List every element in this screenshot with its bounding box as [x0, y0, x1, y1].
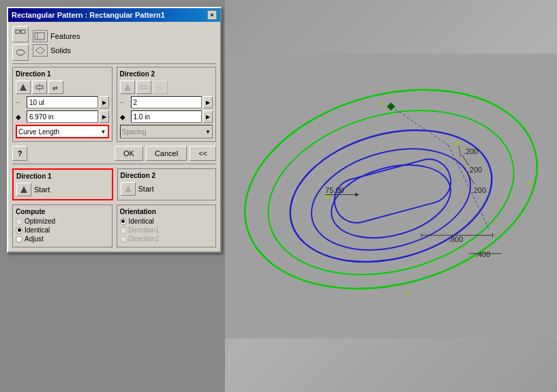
direction2-dist-input[interactable]: 1.0 in: [131, 110, 202, 123]
solids-icon-btn[interactable]: [12, 44, 29, 61]
compute-identical-label: Identical: [25, 226, 50, 234]
dir-start-1-icon[interactable]: [16, 183, 31, 196]
svg-text:⇄: ⇄: [52, 85, 58, 91]
direction1-type-dropdown[interactable]: Curve Length ▼: [16, 125, 109, 138]
dim-400: .400: [476, 250, 490, 258]
dialog-titlebar: Rectangular Pattern : Rectangular Patter…: [8, 8, 220, 22]
compute-identical-radio[interactable]: [16, 227, 22, 234]
separator1: [12, 63, 216, 64]
direction1-count-input[interactable]: 10 ul: [27, 96, 98, 108]
dir1-sym-btn[interactable]: ⇄: [48, 80, 63, 94]
dim-200-1: .200: [464, 147, 478, 155]
orient-dir2-radio[interactable]: [120, 236, 127, 243]
direction2-icons: ⇄: [120, 80, 213, 94]
cross-marker-top: +: [380, 99, 385, 108]
svg-rect-8: [36, 86, 43, 89]
direction2-label: Direction 2: [120, 70, 213, 78]
dir-start-2-label: Direction 2: [121, 172, 213, 179]
orient-dir1-label: Direction1: [129, 226, 160, 234]
dir1-arrow-btn[interactable]: [16, 80, 31, 94]
solids-label: Solids: [50, 46, 71, 55]
compute-section: Compute Optimized Identical Adjust: [12, 205, 112, 247]
dir2-arrow-btn[interactable]: [120, 80, 135, 94]
features-icon-btn[interactable]: [12, 26, 29, 42]
dist-arrow-btn[interactable]: ▶: [100, 110, 109, 123]
help-button[interactable]: ?: [12, 146, 27, 161]
orientation-label: Orientation: [120, 208, 213, 215]
dialog-body: Features Solids Direction 1: [8, 22, 220, 252]
direction1-icons: ⇄: [16, 80, 109, 94]
svg-rect-1: [21, 30, 25, 33]
direction1-dropdown-arrow: ▼: [101, 129, 106, 135]
features-feature-icon: [33, 30, 48, 42]
compute-adjust-label: Adjust: [25, 235, 44, 243]
orient-dir2-label: Direction2: [129, 235, 160, 243]
count2-dots: ···: [120, 100, 130, 106]
orient-dir1-radio[interactable]: [120, 227, 127, 234]
solids-item: Solids: [33, 44, 216, 57]
viewport-svg: + + + × × .200 .200 .200 75.00 .800 .400: [225, 0, 557, 392]
svg-marker-7: [20, 84, 27, 91]
count2-arrow-btn[interactable]: ▶: [203, 96, 213, 108]
direction1-section: Direction 1 ⇄ ··· 10 ul ▶: [12, 67, 112, 142]
features-col: Features Solids: [33, 30, 216, 57]
dir-start-2-text: Start: [138, 185, 154, 193]
dim-200-3: .200: [472, 186, 486, 194]
compute-optimized-radio[interactable]: [16, 218, 22, 225]
direction2-type-dropdown[interactable]: Spacing ▼: [120, 125, 213, 138]
directions-row: Direction 1 ⇄ ··· 10 ul ▶: [12, 67, 216, 142]
dir-start-2-section: Direction 2 Start: [117, 168, 217, 200]
dir-start-2-icon[interactable]: [121, 182, 136, 196]
count-arrow-btn[interactable]: ▶: [100, 96, 109, 108]
dist-diamond: ◆: [16, 113, 25, 121]
direction1-count-row: ··· 10 ul ▶: [16, 96, 109, 108]
orient-dir1-row: Direction1: [120, 226, 213, 234]
compute-adjust-radio[interactable]: [16, 236, 22, 243]
direction2-dropdown-label: Spacing: [122, 128, 147, 136]
dir-start-1-text: Start: [34, 185, 50, 194]
collapse-button[interactable]: <<: [190, 146, 216, 161]
count-dots: ···: [16, 100, 25, 106]
svg-marker-12: [124, 84, 131, 91]
direction2-dist-row: ◆ 1.0 in ▶: [120, 110, 213, 123]
svg-rect-13: [140, 86, 147, 89]
dist2-arrow-btn[interactable]: ▶: [203, 110, 213, 123]
direction2-section: Direction 2 ⇄ ··· 2 ▶: [117, 67, 217, 142]
direction1-label: Direction 1: [16, 70, 109, 78]
direction1-dist-input[interactable]: 6.970 in: [27, 110, 98, 123]
bottom-buttons: ? OK Cancel <<: [12, 146, 216, 161]
dir2-flip-btn[interactable]: [136, 80, 151, 94]
direction1-dropdown-label: Curve Length: [18, 128, 59, 136]
dist2-diamond: ◆: [120, 113, 130, 121]
dir-start-1-section: Direction 1 Start: [12, 168, 113, 200]
dir-start-2-inner: Start: [121, 182, 213, 196]
orient-identical-radio[interactable]: [120, 218, 127, 225]
features-label: Features: [50, 32, 80, 40]
dir1-flip-btn[interactable]: [32, 80, 47, 94]
rectangular-pattern-dialog: Rectangular Pattern : Rectangular Patter…: [7, 7, 222, 253]
orient-dir2-row: Direction2: [120, 235, 213, 243]
orient-identical-label: Identical: [129, 217, 154, 225]
svg-rect-0: [16, 30, 20, 33]
ok-button[interactable]: OK: [115, 146, 143, 161]
dim-200-2: .200: [468, 166, 482, 174]
direction1-dist-row: ◆ 6.970 in ▶: [16, 110, 109, 123]
svg-marker-6: [35, 47, 45, 54]
direction2-count-row: ··· 2 ▶: [120, 96, 213, 108]
direction2-dropdown-arrow: ▼: [205, 129, 211, 135]
compute-adjust-row: Adjust: [16, 235, 109, 243]
cancel-button[interactable]: Cancel: [146, 146, 187, 161]
dialog-title: Rectangular Pattern : Rectangular Patter…: [12, 11, 165, 19]
compute-label: Compute: [16, 208, 109, 215]
compute-optimized-label: Optimized: [25, 217, 55, 225]
svg-text:⇄: ⇄: [157, 85, 162, 91]
dir-start-1-label: Direction 1: [16, 172, 109, 180]
dim-7500: 75.00: [325, 186, 344, 194]
features-item: Features: [33, 30, 216, 42]
compute-identical-row: Identical: [16, 226, 109, 234]
close-button[interactable]: ×: [207, 10, 217, 20]
compute-optimized-row: Optimized: [16, 217, 109, 225]
svg-marker-16: [125, 185, 132, 192]
dir2-sym-btn: ⇄: [153, 80, 168, 94]
direction2-count-input[interactable]: 2: [131, 96, 202, 108]
